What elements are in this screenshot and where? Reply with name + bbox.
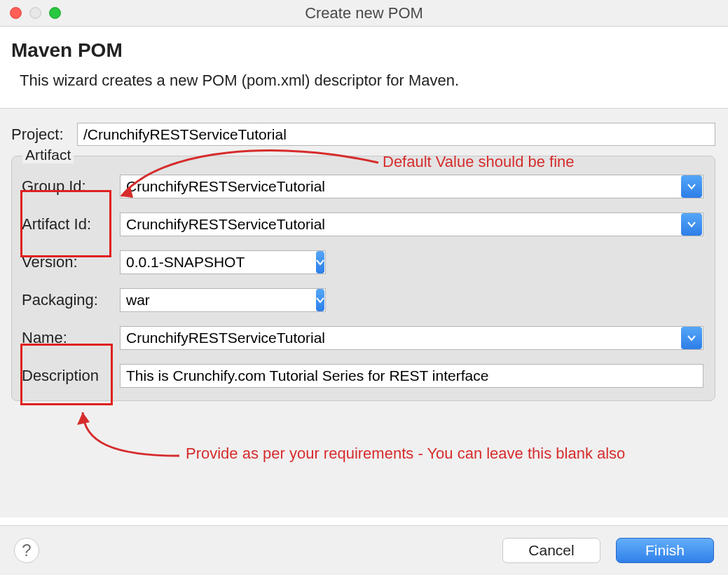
window-controls (10, 7, 61, 19)
name-row: Name: (22, 326, 703, 350)
wizard-header: Maven POM This wizard creates a new POM … (0, 27, 728, 109)
artifact-id-combo[interactable] (120, 212, 703, 236)
packaging-input[interactable] (121, 289, 315, 311)
group-id-label: Group Id: (22, 177, 120, 196)
version-row: Version: (22, 250, 703, 274)
version-label: Version: (22, 253, 120, 271)
name-label: Name: (22, 329, 120, 347)
help-button[interactable]: ? (14, 538, 39, 563)
window-title: Create new POM (0, 4, 728, 22)
artifact-legend: Artifact (22, 147, 74, 163)
artifact-group: Artifact Group Id: Artifact Id: (11, 156, 715, 401)
description-row: Description (22, 364, 703, 388)
group-id-row: Group Id: (22, 175, 703, 198)
annotation-bottom: Provide as per your requirements - You c… (186, 445, 625, 463)
group-id-input[interactable] (121, 175, 680, 198)
artifact-id-input[interactable] (121, 213, 680, 236)
page-title: Maven POM (11, 39, 714, 62)
annotation-top: Default Value should be fine (383, 153, 575, 171)
zoom-window-button[interactable] (49, 7, 61, 19)
finish-button[interactable]: Finish (616, 538, 714, 563)
name-input[interactable] (121, 327, 680, 349)
chevron-down-icon[interactable] (681, 327, 702, 349)
name-combo[interactable] (120, 326, 703, 350)
description-input[interactable] (120, 364, 703, 388)
packaging-row: Packaging: (22, 288, 703, 312)
minimize-window-button[interactable] (29, 7, 41, 19)
chevron-down-icon[interactable] (316, 289, 324, 311)
description-label: Description (22, 367, 120, 385)
chevron-down-icon[interactable] (681, 175, 702, 198)
chevron-down-icon[interactable] (316, 251, 324, 273)
project-input[interactable] (77, 123, 715, 146)
close-window-button[interactable] (10, 7, 22, 19)
window-titlebar: Create new POM (0, 0, 728, 27)
packaging-combo[interactable] (120, 288, 326, 312)
artifact-id-row: Artifact Id: (22, 212, 703, 236)
cancel-button[interactable]: Cancel (502, 538, 600, 563)
version-combo[interactable] (120, 250, 326, 274)
artifact-id-label: Artifact Id: (22, 215, 120, 234)
help-icon: ? (22, 541, 31, 560)
wizard-footer: ? Cancel Finish (0, 525, 728, 575)
project-label: Project: (11, 126, 70, 144)
packaging-label: Packaging: (22, 291, 120, 309)
version-input[interactable] (121, 251, 315, 273)
chevron-down-icon[interactable] (681, 213, 702, 236)
page-subtitle: This wizard creates a new POM (pom.xml) … (20, 72, 714, 90)
group-id-combo[interactable] (120, 175, 703, 198)
project-row: Project: (11, 123, 715, 146)
